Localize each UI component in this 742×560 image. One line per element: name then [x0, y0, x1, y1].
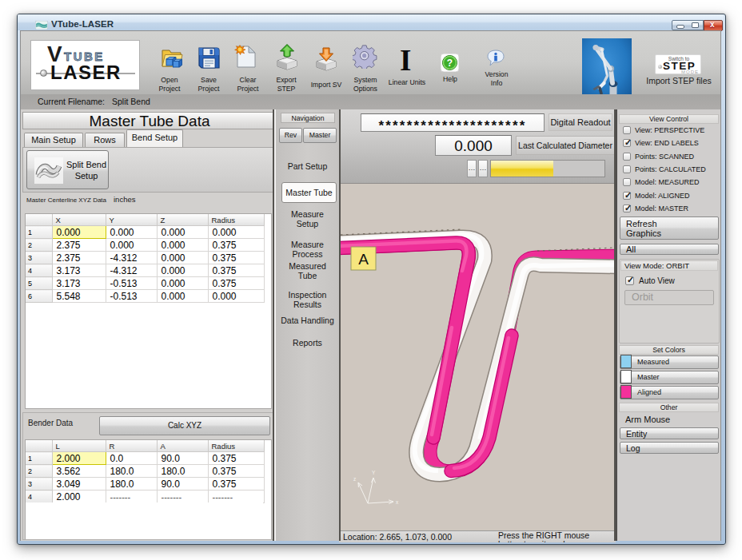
svg-text:A: A [358, 251, 369, 268]
svg-text:?: ? [447, 58, 453, 69]
svg-text:Y: Y [372, 470, 376, 475]
svg-text:z: z [353, 476, 356, 482]
